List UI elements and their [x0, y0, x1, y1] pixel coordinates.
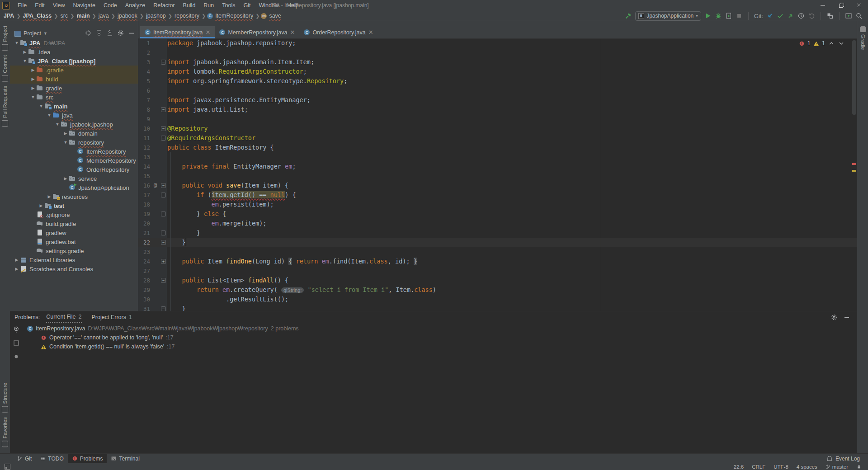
run-config-selector[interactable]: JpashopApplication▾	[635, 11, 701, 21]
tree-item-gradle[interactable]: ▶gradle	[10, 84, 138, 93]
menu-tools[interactable]: Tools	[218, 0, 239, 11]
tree-arrow-right-icon[interactable]: ▶	[38, 203, 44, 208]
tree-item-memberrepository[interactable]: CMemberRepository	[10, 156, 138, 165]
breadcrumb-item-main[interactable]: main	[75, 13, 90, 19]
tree-item-test[interactable]: ▶test	[10, 201, 138, 210]
code-line-4[interactable]: 4import lombok.RequiredArgsConstructor;	[138, 67, 857, 76]
problems-tab-current-file[interactable]: Current File2	[46, 311, 81, 323]
code-line-23[interactable]: 23	[138, 247, 857, 257]
code-line-8[interactable]: 8−import java.util.List;	[138, 105, 857, 114]
close-button[interactable]	[850, 0, 868, 11]
breadcrumb-item-jpabook[interactable]: jpabook	[117, 13, 138, 19]
tool-strip-project[interactable]: Project	[2, 26, 8, 51]
code-line-7[interactable]: 7import javax.persistence.EntityManager;	[138, 95, 857, 105]
tree-item-jpa[interactable]: ▼JPAD:₩JPA	[10, 38, 138, 47]
code-line-11[interactable]: 11−@RequiredArgsConstructor	[138, 133, 857, 143]
tool-strip-structure[interactable]: Structure	[2, 383, 8, 413]
code-line-29[interactable]: 29 return em.createQuery( qlString: "sel…	[138, 285, 857, 295]
code-line-12[interactable]: 12public class ItemRepository {	[138, 143, 857, 152]
git-branch-widget[interactable]: master	[826, 464, 848, 470]
severity-filter-button[interactable]	[13, 326, 20, 333]
menu-run[interactable]: Run	[199, 0, 218, 11]
warning-stripe-mark[interactable]	[852, 170, 856, 172]
update-project-button[interactable]	[766, 12, 774, 19]
tree-arrow-down-icon[interactable]: ▼	[46, 113, 52, 118]
menu-file[interactable]: File	[14, 0, 31, 11]
code-line-28[interactable]: 28− public List<Item> findAll() {	[138, 276, 857, 285]
code-line-5[interactable]: 5import org.springframework.stereotype.R…	[138, 76, 857, 86]
push-button[interactable]	[787, 12, 794, 19]
code-line-21[interactable]: 21− }	[138, 228, 857, 238]
tool-strip-favorites[interactable]: Favorites	[2, 417, 8, 447]
commit-check-button[interactable]	[777, 12, 784, 19]
menu-edit[interactable]: Edit	[31, 0, 49, 11]
tree-item-settings-gradle[interactable]: settings.gradle	[10, 246, 138, 255]
tool-window-switcher-icon[interactable]	[5, 464, 10, 470]
breadcrumb-item-repository[interactable]: repository	[174, 13, 200, 19]
breadcrumb-item-java[interactable]: java	[98, 13, 110, 19]
code-line-6[interactable]: 6	[138, 86, 857, 95]
error-stripe-mark[interactable]	[852, 163, 856, 165]
tree-item-resources[interactable]: ▶resources	[10, 192, 138, 201]
fold-marker-icon[interactable]: −	[161, 107, 166, 112]
tree-item-src[interactable]: ▼src	[10, 93, 138, 102]
tree-item-jpa-class-jpashop-[interactable]: ▼JPA_Class [jpashop]	[10, 56, 138, 66]
tree-item--idea[interactable]: ▶.idea	[10, 47, 138, 56]
tool-strip-pull-requests[interactable]: Pull Requests	[2, 86, 8, 127]
fold-marker-icon[interactable]: −	[161, 126, 166, 131]
breadcrumb-item-src[interactable]: src	[60, 13, 69, 19]
fold-marker-icon[interactable]: −	[161, 212, 166, 216]
tab-orderrepository.java[interactable]: COrderRepository.java✕	[299, 26, 377, 38]
code-line-31[interactable]: 31− }	[138, 304, 857, 311]
tree-item--gitignore[interactable]: .gitignore	[10, 210, 138, 219]
tree-item-scratches-and-consoles[interactable]: ▶Scratches and Consoles	[10, 264, 138, 273]
search-everywhere-button[interactable]	[855, 12, 863, 19]
locate-button[interactable]	[85, 29, 92, 37]
problem-item-warning[interactable]: Condition 'item.getId() == null' is alwa…	[27, 342, 857, 351]
tree-item-itemrepository[interactable]: CItemRepository	[10, 147, 138, 156]
problem-item-error[interactable]: Operator '==' cannot be applied to 'long…	[27, 333, 857, 342]
code-line-10[interactable]: 10−@Repository	[138, 124, 857, 133]
tree-item-gradlew-bat[interactable]: gradlew.bat	[10, 237, 138, 246]
tree-item-build[interactable]: ▶build	[10, 75, 138, 84]
history-clock-button[interactable]	[797, 12, 805, 19]
tree-item-repository[interactable]: ▼repository	[10, 138, 138, 147]
tool-window-button-terminal[interactable]: Terminal	[107, 454, 143, 464]
tree-arrow-right-icon[interactable]: ▶	[14, 258, 20, 262]
tree-arrow-down-icon[interactable]: ▼	[30, 95, 36, 99]
breadcrumb-item-jpa[interactable]: JPA	[3, 13, 15, 19]
gear-button[interactable]	[117, 29, 124, 37]
fold-marker-icon[interactable]: −	[161, 60, 166, 65]
tree-arrow-right-icon[interactable]: ▶	[22, 50, 28, 54]
code-line-2[interactable]: 2	[138, 48, 857, 57]
menu-view[interactable]: View	[49, 0, 69, 11]
tree-item-service[interactable]: ▶service	[10, 174, 138, 183]
gear-button[interactable]	[830, 314, 838, 321]
tool-window-button-git[interactable]: Git	[13, 454, 36, 464]
code-line-15[interactable]: 15	[138, 171, 857, 181]
line-separator-widget[interactable]: CRLF	[752, 464, 765, 470]
rollback-button[interactable]	[808, 12, 815, 19]
run-window-button[interactable]	[845, 12, 852, 19]
tree-item-jpashopapplication[interactable]: CJpashopApplication	[10, 183, 138, 192]
tree-item-jpabook-jpashop[interactable]: ▼jpabook.jpashop	[10, 120, 138, 129]
menu-build[interactable]: Build	[179, 0, 200, 11]
fold-marker-icon[interactable]: −	[161, 306, 166, 311]
tree-item--gradle[interactable]: ▶.gradle	[10, 66, 138, 75]
maximize-button[interactable]	[832, 0, 850, 11]
tree-arrow-down-icon[interactable]: ▼	[62, 140, 69, 145]
code-line-17[interactable]: 17− if (item.getId() == null) {	[138, 190, 857, 200]
tool-window-button-todo[interactable]: TODO	[36, 454, 67, 464]
code-line-19[interactable]: 19− } else {	[138, 209, 857, 219]
fold-marker-icon[interactable]: −	[161, 240, 166, 245]
code-line-20[interactable]: 20 em.merge(item);	[138, 219, 857, 228]
fold-marker-icon[interactable]: −	[161, 136, 166, 141]
tool-strip-gradle[interactable]: Gradle	[860, 26, 866, 50]
dot-button[interactable]	[13, 353, 20, 360]
collapse-all-button[interactable]	[106, 29, 113, 37]
code-line-13[interactable]: 13	[138, 152, 857, 162]
breadcrumb-item-jpashop[interactable]: jpashop	[145, 13, 167, 19]
problems-tab-project-errors[interactable]: Project Errors1	[92, 311, 132, 323]
tree-arrow-down-icon[interactable]: ▼	[38, 104, 44, 108]
tab-itemrepository.java[interactable]: CItemRepository.java✕	[140, 26, 215, 38]
